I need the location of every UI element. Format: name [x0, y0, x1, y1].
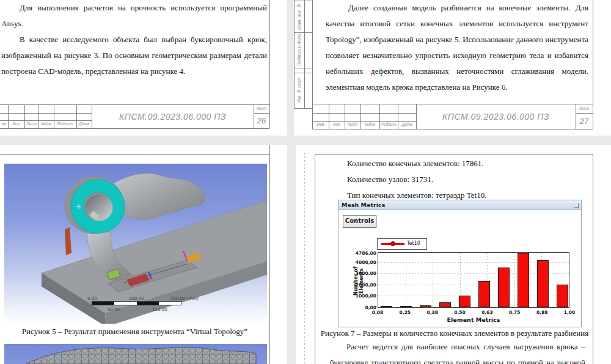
- x-axis-title: Element Metrics: [412, 316, 535, 323]
- scale-label-50: 50,00: [108, 307, 120, 312]
- paragraph[interactable]: Далее созданная модель разбивается на ко…: [326, 0, 588, 95]
- drawing-frame-line: [269, 0, 270, 128]
- legend-marker-icon: [390, 241, 395, 246]
- stamp-col-kol: Кол: [329, 121, 345, 129]
- controls-button: Controls: [343, 215, 376, 228]
- margin-label-vzam: Взам. инв. №: [294, 1, 304, 32]
- legend-label: Tet10: [407, 241, 420, 246]
- figure6-mesh-image[interactable]: [4, 344, 267, 364]
- stamp-col-kol: Кол: [8, 120, 24, 128]
- title-block-26: зм Кол Лист №док Подпись Дата КПСМ.09.20…: [0, 104, 269, 129]
- chart-bar: [498, 268, 510, 307]
- sheet-number-26: 26: [254, 113, 269, 128]
- sheet-label: Лист: [576, 104, 593, 113]
- chart-legend: Tet10: [377, 238, 427, 250]
- paragraph[interactable]: В качестве исследуемого объекта был выбр…: [1, 32, 267, 79]
- page-sheet-27[interactable]: Взам. инв. № Подпись и дата Инв. № подл.…: [294, 0, 611, 136]
- stamp-col-podpis: Подпись: [379, 121, 398, 129]
- stamp-col-data: Дата: [398, 121, 416, 129]
- doc-number: КПСМ.09.2023.06.000 ПЗ: [92, 105, 254, 128]
- scale-label-200: 200,00 (mm): [170, 296, 199, 301]
- paragraph[interactable]: Для выполнения расчетов на прочность исп…: [1, 0, 267, 32]
- mesh-info-text[interactable]: Количество конечных элементов: 17861.Кол…: [330, 156, 585, 203]
- stamp-col-izm: Изм: [312, 121, 329, 129]
- text-boundary: [304, 153, 305, 364]
- drawing-frame-line: [269, 145, 270, 364]
- chart-bar: [400, 306, 412, 307]
- page-figure-7[interactable]: Количество конечных элементов: 17861.Кол…: [296, 145, 611, 364]
- text-boundary: [304, 153, 593, 153]
- sheet-label: Лист: [254, 105, 269, 113]
- drawing-frame-line: [593, 0, 593, 129]
- drawing-frame-line: [593, 154, 593, 364]
- mesh-render: [4, 344, 267, 364]
- margin-stamp-column: Взам. инв. № Подпись и дата Инв. № подл.: [294, 0, 312, 129]
- drawing-frame-line: [0, 154, 269, 155]
- page26-text[interactable]: Для выполнения расчетов на прочность исп…: [1, 0, 267, 79]
- title-block-27: Изм Кол Лист №док Подпись Дата КПСМ.09.2…: [312, 104, 593, 129]
- chart-bar: [537, 260, 549, 307]
- document-viewer-canvas: Для выполнения расчетов на прочность исп…: [0, 0, 611, 364]
- stamp-col-list: Лист: [24, 120, 38, 128]
- scale-label-0: 0,00: [87, 296, 97, 301]
- chart-bar: [459, 296, 470, 307]
- paragraph[interactable]: Количество конечных элементов: 17861.Кол…: [330, 156, 585, 203]
- paragraph[interactable]: Расчет ведется для наиболее опасных случ…: [330, 339, 585, 364]
- scale-label-100: 100,00: [129, 296, 144, 301]
- stamp-col-podpis: Подпись: [54, 120, 76, 128]
- margin-label-podpis-data: Подпись и дата: [294, 32, 304, 68]
- chart-bar: [420, 305, 431, 307]
- chart-bar: [518, 253, 529, 307]
- chart-bar: [557, 285, 568, 307]
- panel-header: Mesh Metrics: [338, 200, 581, 210]
- scale-label-150: 150,00: [152, 307, 167, 312]
- doc-number: КПСМ.09.2023.06.000 ПЗ: [416, 104, 576, 129]
- chart-bar: [439, 302, 451, 307]
- mesh-metrics-panel[interactable]: Mesh Metrics Controls Tet10 Number of El…: [338, 200, 582, 327]
- page-fig7-text[interactable]: Расчет ведется для наиболее опасных случ…: [330, 339, 585, 364]
- page27-text[interactable]: Далее созданная модель разбивается на ко…: [326, 0, 588, 95]
- chart-bar: [478, 281, 490, 307]
- stamp-col-ndok: №док: [360, 121, 379, 129]
- figure5-cad-image[interactable]: 0,00 100,00 200,00 (mm) 50,00 150,00: [4, 155, 267, 324]
- page-figure-5[interactable]: 0,00 100,00 200,00 (mm) 50,00 150,00 Рис…: [0, 145, 287, 364]
- stamp-col-data: Дата: [76, 120, 92, 128]
- page-sheet-26[interactable]: Для выполнения расчетов на прочность исп…: [0, 0, 287, 136]
- figure5-caption[interactable]: Рисунок 5 – Результат применения инструм…: [0, 326, 269, 337]
- chart-bar: [381, 306, 392, 307]
- drawing-frame-line: [315, 154, 593, 155]
- scale-bar: [92, 301, 181, 305]
- chart-plot-area: [378, 252, 569, 308]
- sheet-number-27: 27: [576, 113, 593, 129]
- stamp-col-ndok: №док: [38, 120, 54, 128]
- panel-title: Mesh Metrics: [342, 202, 385, 208]
- drawing-frame-line: [315, 154, 315, 364]
- margin-label-inv-podl: Инв. № подл.: [294, 73, 304, 108]
- stamp-col-izm: зм: [0, 120, 8, 128]
- stamp-col-list: Лист: [345, 121, 360, 129]
- panel-grip-icon: [574, 203, 579, 208]
- figure7-caption[interactable]: Рисунок 7 – Размеры и количество конечны…: [320, 328, 589, 339]
